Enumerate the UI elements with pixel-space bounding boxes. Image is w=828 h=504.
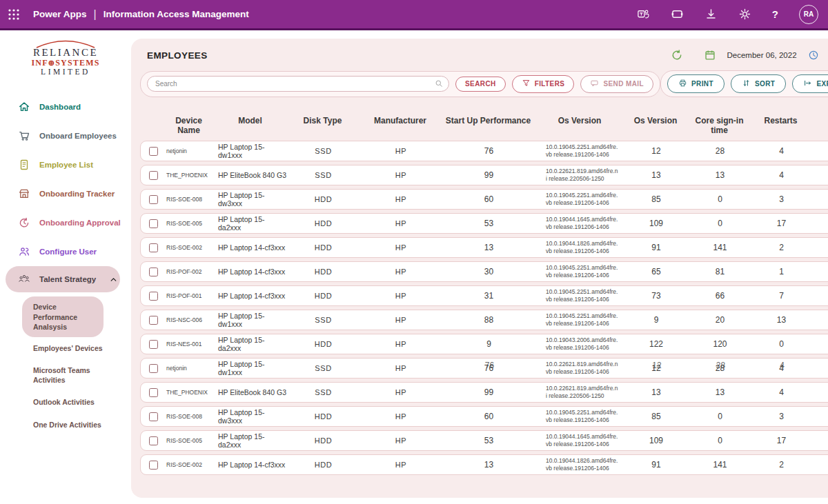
table-row[interactable]: RIS-NES-001 HP Laptop 15-da2xxx HDD HP 9… xyxy=(140,334,828,354)
row-checkbox[interactable] xyxy=(149,243,158,252)
cell-os-version: 122 xyxy=(625,339,687,349)
cell-disk-type: HDD xyxy=(287,219,359,228)
sidebar-subitem-device-performance-analsysis[interactable]: Device Performance Analsysis xyxy=(22,296,103,337)
cell-device-name: RIS-POF-001 xyxy=(164,292,215,299)
cell-startup-performance: 99 xyxy=(442,170,535,180)
sort-button[interactable]: SORT xyxy=(731,74,786,93)
cell-model: HP Laptop 14-cf3xxx xyxy=(215,461,287,469)
sidebar-item-onboarding-approval[interactable]: Onboarding Approval xyxy=(0,208,131,237)
row-checkbox[interactable] xyxy=(149,364,158,373)
gear-icon[interactable] xyxy=(738,8,751,21)
print-button[interactable]: PRINT xyxy=(667,74,724,93)
cell-os-version: 9 xyxy=(625,315,687,325)
cell-disk-type: SSD xyxy=(287,388,359,396)
table-row[interactable]: RIS-SOE-005 HP Laptop 15-da2xxx HDD HP 5… xyxy=(140,430,828,451)
help-icon[interactable]: ? xyxy=(772,8,778,20)
sidebar-subitem-employees-devices[interactable]: Employees' Devices xyxy=(0,337,123,359)
sidebar-subitem-microsoft-teams-activities[interactable]: Microsoft Teams Activities xyxy=(0,359,123,391)
cell-model: HP EliteBook 840 G3 xyxy=(215,388,287,396)
avatar[interactable]: RA xyxy=(799,5,818,24)
cell-model: HP Laptop 15-dw1xxx xyxy=(215,312,287,328)
sidebar-subitem-one-drive-activities[interactable]: One Drive Activities xyxy=(0,414,123,436)
cell-restarts: 4 xyxy=(753,363,810,373)
cell-os-version: 12 xyxy=(625,363,687,373)
cell-manufacturer: HP xyxy=(359,292,442,300)
sidebar-item-talent-strategy[interactable]: Talent Strategy xyxy=(6,266,120,292)
cell-restarts: 4 xyxy=(753,170,810,180)
header-checkbox-spacer xyxy=(140,116,164,135)
sidebar-item-label: Dashboard xyxy=(39,103,81,111)
cell-os-version-full: 10.0.19043.2006.amd64fre.vb release.1912… xyxy=(535,336,625,352)
cell-disk-type: HDD xyxy=(287,195,359,203)
cell-device-name: RIS-SOE-008 xyxy=(164,196,215,203)
cell-startup-performance: 60 xyxy=(442,194,535,204)
cell-restarts: 3 xyxy=(753,412,810,421)
history-icon xyxy=(18,216,30,229)
cell-disk-type: SSD xyxy=(287,147,359,155)
row-checkbox[interactable] xyxy=(149,461,158,470)
refresh-icon[interactable] xyxy=(671,49,683,61)
table-row[interactable]: RIS-NSC-006 HP Laptop 15-dw1xxx SSD HP 8… xyxy=(140,310,828,330)
cell-core-signin-time: 20 xyxy=(687,315,753,325)
row-checkbox[interactable] xyxy=(149,388,158,397)
row-checkbox[interactable] xyxy=(149,147,158,156)
cell-core-signin-time: 141 xyxy=(687,460,753,470)
row-checkbox[interactable] xyxy=(149,316,158,325)
top-app-bar: Power Apps | Information Access Manageme… xyxy=(0,0,828,30)
sidebar-item-configure-user[interactable]: Configure User xyxy=(0,237,131,266)
cell-os-version: 65 xyxy=(625,267,687,276)
cell-device-name: RIS-SOE-002 xyxy=(164,461,215,468)
clock-icon xyxy=(808,50,819,61)
table-row[interactable]: RIS-SOE-008 HP Laptop 15-dw3xxx HDD HP 6… xyxy=(140,189,828,210)
row-checkbox[interactable] xyxy=(149,412,158,421)
send-mail-button[interactable]: SEND MAIL xyxy=(580,75,653,93)
export-button[interactable]: EXPORT xyxy=(792,74,828,93)
table-header: Device NameModelDisk TypeManufacturerSta… xyxy=(140,116,828,135)
sidebar-item-onboarding-tracker[interactable]: Onboarding Tracker xyxy=(0,179,131,208)
cell-manufacturer: HP xyxy=(359,171,442,179)
cell-model: HP Laptop 14-cf3xxx xyxy=(215,268,287,276)
cell-os-version-full: 10.0.19045.2251.amd64fre.vb release.1912… xyxy=(535,143,625,159)
sidebar-item-dashboard[interactable]: Dashboard xyxy=(0,92,131,121)
table-row[interactable]: THE_PHOENIX HP EliteBook 840 G3 SSD HP 9… xyxy=(140,382,828,403)
cell-startup-performance: 60 xyxy=(442,412,535,421)
download-icon[interactable] xyxy=(704,8,718,21)
search-button[interactable]: SEARCH xyxy=(455,77,506,92)
table-row[interactable]: RIS-POF-002 HP Laptop 14-cf3xxx HDD HP 3… xyxy=(140,261,828,282)
table-row[interactable]: RIS-SOE-008 HP Laptop 15-dw3xxx HDD HP 6… xyxy=(140,406,828,427)
table-row[interactable]: RIS-SOE-005 HP Laptop 15-da2xxx HDD HP 5… xyxy=(140,213,828,234)
cell-device-name: RIS-SOE-005 xyxy=(164,437,215,444)
sidebar-item-onboard-employees[interactable]: Onboard Employees xyxy=(0,121,131,150)
cell-disk-type: HDD xyxy=(287,340,359,348)
search-input[interactable] xyxy=(147,76,449,92)
cell-device-name: RIS-SOE-008 xyxy=(164,413,215,420)
table-row[interactable]: RIS-SOE-002 HP Laptop 14-cf3xxx HDD HP 1… xyxy=(140,454,828,475)
row-checkbox[interactable] xyxy=(149,436,158,445)
cell-disk-type: SSD xyxy=(287,364,359,372)
cell-model: HP Laptop 15-dw3xxx xyxy=(215,408,287,425)
frame-icon[interactable] xyxy=(671,8,684,21)
sidebar-item-employee-list[interactable]: Employee List xyxy=(0,150,131,179)
cell-core-signin-time: 0 xyxy=(687,412,753,421)
teams-icon[interactable] xyxy=(637,8,650,21)
waffle-menu-icon[interactable] xyxy=(7,8,21,21)
row-checkbox[interactable] xyxy=(149,292,158,301)
table-row[interactable]: RIS-SOE-002 HP Laptop 14-cf3xxx HDD HP 1… xyxy=(140,237,828,258)
cell-disk-type: HDD xyxy=(287,268,359,276)
row-checkbox[interactable] xyxy=(149,219,158,228)
cell-restarts: 17 xyxy=(753,436,810,445)
cell-os-version-full: 10.0.19045.2251.amd64fre.vb release.1912… xyxy=(535,288,625,303)
row-checkbox[interactable] xyxy=(149,340,158,349)
logo-line1: RELIANCE xyxy=(0,47,131,59)
filters-button[interactable]: FILTERS xyxy=(512,75,575,93)
row-checkbox[interactable] xyxy=(149,195,158,204)
table-row[interactable]: netjonin HP Laptop 15-dw1xxx SSD HP 76 1… xyxy=(140,141,828,161)
row-checkbox[interactable] xyxy=(149,171,158,180)
sidebar-subitem-outlook-activities[interactable]: Outlook Activities xyxy=(0,391,123,413)
table-body: netjonin HP Laptop 15-dw1xxx SSD HP 76 1… xyxy=(140,141,828,475)
row-checkbox[interactable] xyxy=(149,268,158,276)
table-row[interactable]: RIS-POF-001 HP Laptop 14-cf3xxx HDD HP 3… xyxy=(140,285,828,306)
table-row[interactable]: netjonin HP Laptop 15-dw1xxxHP EliteBook… xyxy=(140,358,828,379)
table-row[interactable]: THE_PHOENIX HP EliteBook 840 G3 SSD HP 9… xyxy=(140,165,828,185)
cell-device-name: RIS-NES-001 xyxy=(164,341,215,347)
